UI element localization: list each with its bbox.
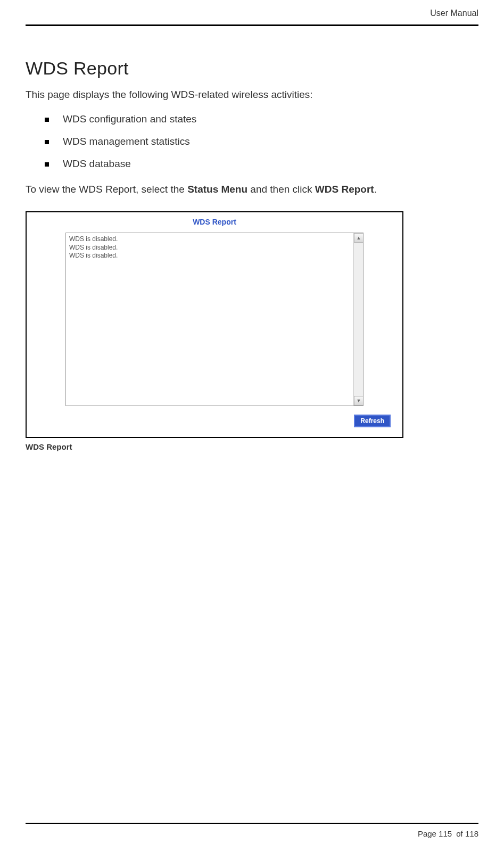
scrollbar[interactable]: ▲ ▼ xyxy=(353,233,363,406)
report-textarea[interactable]: WDS is disabled. WDS is disabled. WDS is… xyxy=(65,233,363,406)
list-item: WDS database xyxy=(45,158,478,170)
screenshot-frame: WDS Report WDS is disabled. WDS is disab… xyxy=(26,211,403,438)
refresh-button[interactable]: Refresh xyxy=(354,415,391,427)
report-line: WDS is disabled. xyxy=(69,235,360,244)
instruction-text: To view the WDS Report, select the Statu… xyxy=(26,184,478,195)
screenshot-caption: WDS Report xyxy=(26,442,478,451)
list-item: WDS management statistics xyxy=(45,136,478,147)
section-title: WDS Report xyxy=(26,58,478,79)
document-page: User Manual WDS Report This page display… xyxy=(0,0,504,852)
textarea-wrap: WDS is disabled. WDS is disabled. WDS is… xyxy=(27,229,402,415)
panel-title: WDS Report xyxy=(27,212,402,229)
instruction-part: . xyxy=(374,184,377,195)
instruction-part: To view the WDS Report, select the xyxy=(26,184,187,195)
footer-sep: of xyxy=(454,829,465,838)
header-doc-type: User Manual xyxy=(26,0,478,26)
footer-prefix: Page xyxy=(418,829,439,838)
instruction-part: and then click xyxy=(247,184,315,195)
scroll-up-icon[interactable]: ▲ xyxy=(354,233,363,243)
report-line: WDS is disabled. xyxy=(69,252,360,260)
footer-current-page: 115 xyxy=(439,829,452,838)
page-footer: Page 115 of 118 xyxy=(26,823,478,838)
instruction-bold: WDS Report xyxy=(315,184,374,195)
list-item: WDS configuration and states xyxy=(45,113,478,125)
report-line: WDS is disabled. xyxy=(69,244,360,252)
button-row: Refresh xyxy=(27,415,402,437)
bullet-list: WDS configuration and states WDS managem… xyxy=(45,113,478,170)
section-intro: This page displays the following WDS-rel… xyxy=(26,89,478,101)
instruction-bold: Status Menu xyxy=(187,184,247,195)
footer-total-pages: 118 xyxy=(465,829,478,838)
scroll-down-icon[interactable]: ▼ xyxy=(354,396,363,406)
